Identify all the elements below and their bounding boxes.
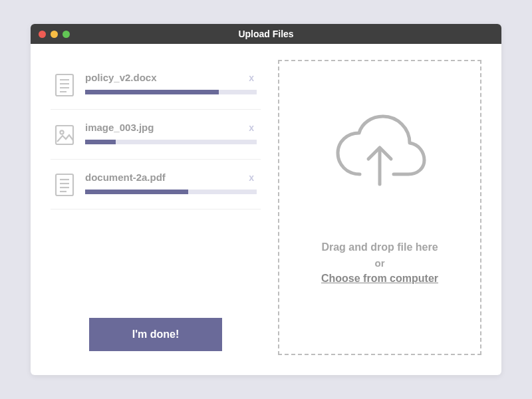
choose-from-computer-link[interactable]: Choose from computer <box>321 273 438 285</box>
done-button[interactable]: I'm done! <box>89 318 222 351</box>
traffic-lights <box>39 31 70 38</box>
document-icon <box>55 173 74 197</box>
progress-fill <box>85 90 219 94</box>
progress-bar <box>85 190 257 194</box>
file-name: document-2a.pdf <box>85 172 166 183</box>
file-name: image_003.jpg <box>85 122 154 133</box>
svg-rect-7 <box>56 174 73 196</box>
file-list: policy_v2.docx x <box>51 60 261 209</box>
svg-rect-0 <box>56 74 73 96</box>
window-titlebar: Upload Files <box>31 24 501 44</box>
file-header: policy_v2.docx x <box>85 72 257 83</box>
svg-point-6 <box>60 130 63 134</box>
drop-zone-text: Drag and drop file here <box>321 241 438 253</box>
upload-window: Upload Files <box>31 24 501 375</box>
cloud-upload-icon <box>330 111 430 198</box>
file-row: document-2a.pdf x <box>51 160 261 209</box>
file-row: image_003.jpg x <box>51 110 261 160</box>
remove-file-button[interactable]: x <box>246 122 257 133</box>
drop-zone-or: or <box>375 257 385 269</box>
svg-rect-5 <box>56 126 73 144</box>
maximize-window-button[interactable] <box>63 31 70 38</box>
file-row: policy_v2.docx x <box>51 60 261 110</box>
remove-file-button[interactable]: x <box>246 72 257 83</box>
file-body: document-2a.pdf x <box>85 172 257 194</box>
close-window-button[interactable] <box>39 31 46 38</box>
drop-zone[interactable]: Drag and drop file here or Choose from c… <box>278 60 481 355</box>
file-list-column: policy_v2.docx x <box>51 60 261 355</box>
progress-fill <box>85 140 116 144</box>
progress-fill <box>85 190 188 194</box>
content-area: policy_v2.docx x <box>31 44 501 375</box>
minimize-window-button[interactable] <box>51 31 58 38</box>
file-header: document-2a.pdf x <box>85 172 257 183</box>
image-icon <box>55 123 74 147</box>
document-icon <box>55 73 74 97</box>
file-body: image_003.jpg x <box>85 122 257 144</box>
file-header: image_003.jpg x <box>85 122 257 133</box>
window-title: Upload Files <box>31 29 501 39</box>
remove-file-button[interactable]: x <box>246 172 257 183</box>
progress-bar <box>85 140 257 144</box>
file-body: policy_v2.docx x <box>85 72 257 94</box>
file-name: policy_v2.docx <box>85 72 157 83</box>
progress-bar <box>85 90 257 94</box>
